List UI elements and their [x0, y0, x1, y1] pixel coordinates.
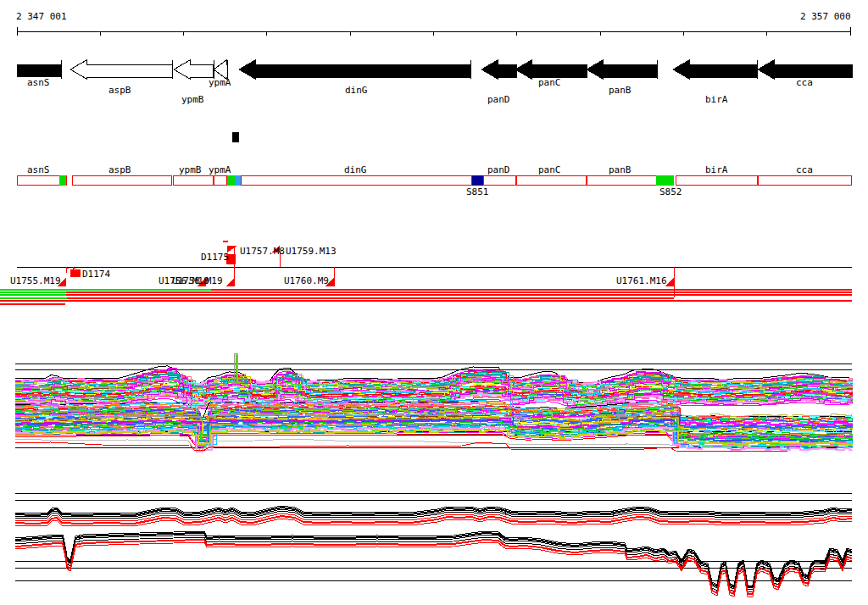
map-block-c1[interactable]: [227, 175, 235, 186]
map-sublabel-S852: S852: [659, 187, 682, 197]
gene-label-dinG: dinG: [345, 86, 368, 95]
gene-label-asnS: asnS: [27, 78, 50, 87]
map-label-birA: birA: [705, 165, 728, 175]
gene-panD[interactable]: [481, 60, 516, 79]
marker-box-D1175[interactable]: [223, 241, 228, 242]
map-box-dinG[interactable]: [241, 175, 471, 185]
marker-label-U1760.M9[interactable]: U1760.M9: [284, 276, 329, 286]
map-label-asnS: asnS: [27, 165, 50, 175]
map-label-aspB: aspB: [108, 165, 131, 175]
coverage-line: [66, 294, 852, 296]
coverage-line: [0, 297, 67, 299]
map-box-ypmB[interactable]: [173, 175, 213, 185]
coverage-line: [0, 289, 211, 291]
gene-label-ypmB: ypmB: [181, 95, 204, 104]
map-box-panC[interactable]: [516, 175, 586, 185]
map-box-aspB[interactable]: [72, 175, 171, 185]
marker-label-U1758.M19[interactable]: U1758.M19: [172, 276, 223, 286]
coverage-line: [0, 303, 65, 305]
coverage-line: [66, 291, 852, 293]
map-label-panD: panD: [487, 165, 510, 175]
marker-label-D1175[interactable]: D1175: [201, 253, 229, 262]
ruler-end-coordinate: 2 357 000: [800, 12, 851, 21]
ruler-start-coordinate: 2 347 001: [16, 12, 67, 21]
map-label-panB: panB: [609, 165, 632, 175]
gene-dinG[interactable]: [239, 60, 470, 79]
gene-ypmB[interactable]: [174, 60, 213, 79]
coverage-line: [0, 300, 852, 302]
gene-label-cca: cca: [796, 78, 813, 87]
map-box-asnS[interactable]: [17, 175, 66, 185]
gene-panB[interactable]: [587, 60, 657, 79]
gene-asnS[interactable]: [17, 64, 61, 77]
map-box-cca[interactable]: [758, 175, 851, 185]
map-sublabel-S851: S851: [466, 187, 489, 197]
map-label-dinG: dinG: [344, 165, 367, 175]
coverage-line: [67, 297, 674, 299]
gene-label-panD: panD: [487, 95, 510, 104]
gene-panC[interactable]: [515, 60, 587, 79]
panel2-black-curve: [15, 506, 852, 513]
map-block-S851[interactable]: [472, 175, 483, 186]
map-box-panD[interactable]: [483, 175, 515, 185]
gene-label-ypmA: ypmA: [209, 78, 231, 87]
marker-flag-U1758.M19[interactable]: [225, 278, 234, 286]
marker-label-U1761.M16[interactable]: U1761.M16: [616, 276, 667, 286]
gene-label-panC: panC: [538, 78, 561, 87]
coverage-line: [211, 289, 852, 291]
map-box-birA[interactable]: [676, 175, 757, 185]
gene-aspB[interactable]: [70, 60, 172, 79]
map-label-ypmA: ypmA: [209, 165, 231, 175]
marker-box-D1174[interactable]: [70, 269, 81, 277]
gene-ypmA[interactable]: [214, 60, 227, 79]
map-label-cca: cca: [796, 165, 813, 175]
map-label-ypmB: ypmB: [179, 165, 202, 175]
coverage-line: [0, 291, 66, 293]
gene-birA[interactable]: [673, 60, 757, 79]
gene-label-panB: panB: [609, 86, 632, 95]
map-block-c2[interactable]: [235, 175, 241, 186]
map-box-ypmA[interactable]: [214, 175, 226, 185]
coverage-line: [0, 294, 66, 296]
map-box-panB[interactable]: [587, 175, 656, 185]
marker-label-U1757.M8[interactable]: U1757.M8: [240, 247, 285, 256]
genome-browser-view: 2 347 001 2 357 000 asnSaspBypmBypmAdinG…: [0, 0, 868, 605]
feature-black-box: [232, 132, 239, 142]
gene-label-birA: birA: [705, 95, 728, 104]
map-block-c0[interactable]: [59, 175, 66, 186]
marker-label-U1759.M13[interactable]: U1759.M13: [286, 247, 337, 256]
panel2-black-curve: [15, 508, 852, 515]
marker-label-D1174[interactable]: D1174: [82, 269, 110, 279]
gene-cca[interactable]: [758, 60, 852, 79]
marker-label-U1755.M19[interactable]: U1755.M19: [10, 276, 61, 286]
map-label-panC: panC: [538, 165, 561, 175]
gene-label-aspB: aspB: [108, 86, 131, 95]
map-block-S852[interactable]: [656, 175, 674, 186]
